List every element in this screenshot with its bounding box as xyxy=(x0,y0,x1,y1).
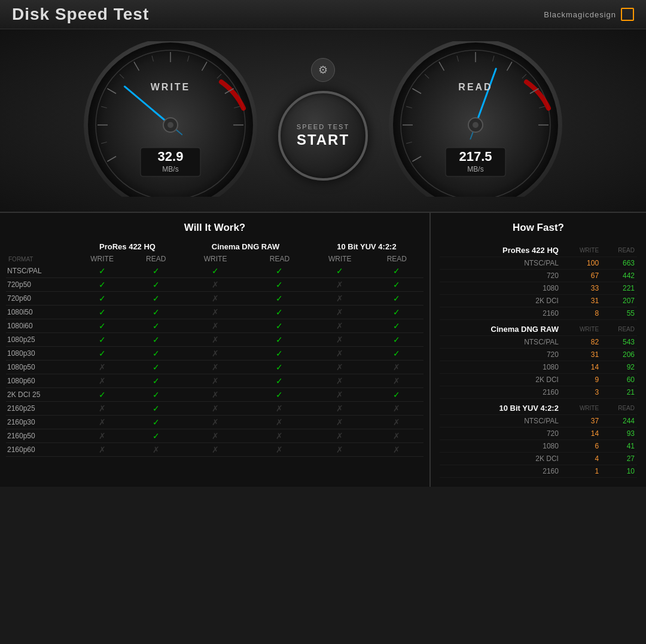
will-it-work-title: Will It Work? xyxy=(6,222,423,234)
speed-row-label: NTSC/PAL xyxy=(440,257,561,270)
speed-write-value: 4 xyxy=(561,453,601,465)
speed-data-row: 2160110 xyxy=(440,465,637,478)
check-icon: ✓ xyxy=(153,404,160,413)
speed-group-name: Cinema DNG RAW xyxy=(440,320,561,336)
speed-group-header-row: Cinema DNG RAWWRITEREAD xyxy=(440,320,637,336)
speed-group-header-row: 10 Bit YUV 4:2:2WRITEREAD xyxy=(440,399,637,415)
format-label: 1080p60 xyxy=(6,374,74,388)
check-icon: ✓ xyxy=(336,266,343,276)
cross-icon: ✗ xyxy=(212,376,219,386)
check-icon: ✓ xyxy=(393,307,400,317)
check-icon: ✓ xyxy=(276,335,283,344)
check-cell: ✓ xyxy=(74,278,131,292)
check-icon: ✓ xyxy=(212,266,219,276)
check-cell: ✓ xyxy=(130,278,181,292)
speed-write-value: 3 xyxy=(561,386,601,399)
check-icon: ✓ xyxy=(153,280,160,289)
check-cell: ✗ xyxy=(370,429,423,443)
table-row: 720p60✓✓✗✓✗✓ xyxy=(6,292,423,306)
speed-data-row: NTSC/PAL100663 xyxy=(440,257,637,270)
speed-read-value: 55 xyxy=(601,307,637,320)
how-fast-panel: How Fast? ProRes 422 HQWRITEREADNTSC/PAL… xyxy=(431,213,646,487)
check-cell: ✓ xyxy=(130,374,181,388)
data-section: Will It Work? ProRes 422 HQ Cinema DNG R… xyxy=(0,212,646,487)
cross-icon: ✗ xyxy=(393,431,400,441)
table-row: 1080p25✓✓✗✓✗✓ xyxy=(6,333,423,347)
check-icon: ✓ xyxy=(153,335,160,344)
cdng-read-header: READ xyxy=(249,254,310,264)
check-cell: ✗ xyxy=(310,278,370,292)
check-icon: ✓ xyxy=(99,390,106,399)
read-gauge-svg-wrap: 217.5 MB/s READ xyxy=(380,41,571,197)
check-icon: ✓ xyxy=(153,294,160,303)
svg-text:MB/s: MB/s xyxy=(467,165,483,173)
speed-data-row: 2K DCI960 xyxy=(440,374,637,386)
speed-row-label: NTSC/PAL xyxy=(440,336,561,349)
cross-icon: ✗ xyxy=(212,417,219,427)
yuv-header: 10 Bit YUV 4:2:2 xyxy=(310,241,423,254)
check-cell: ✗ xyxy=(74,361,131,374)
speed-write-value: 37 xyxy=(561,415,601,428)
speed-write-value: 14 xyxy=(561,361,601,374)
format-sub-header: FORMAT xyxy=(6,254,74,264)
check-icon: ✓ xyxy=(276,280,283,289)
check-cell: ✓ xyxy=(74,333,131,347)
speed-write-value: 82 xyxy=(561,336,601,349)
check-cell: ✓ xyxy=(74,292,131,306)
speed-write-value: 100 xyxy=(561,257,601,270)
table-row: 2160p30✗✓✗✗✗✗ xyxy=(6,416,423,429)
speed-group-header-row: ProRes 422 HQWRITEREAD xyxy=(440,241,637,257)
speed-write-value: 33 xyxy=(561,282,601,295)
brand-logo: Blackmagicdesign xyxy=(544,8,634,21)
cross-icon: ✗ xyxy=(336,404,343,413)
settings-button[interactable]: ⚙ xyxy=(311,58,335,82)
cross-icon: ✗ xyxy=(336,349,343,358)
check-cell: ✗ xyxy=(249,416,310,429)
check-cell: ✓ xyxy=(74,264,131,278)
check-icon: ✓ xyxy=(276,362,283,372)
check-cell: ✓ xyxy=(130,306,181,319)
format-label: 1080i60 xyxy=(6,319,74,333)
check-icon: ✓ xyxy=(153,321,160,331)
format-label: 720p60 xyxy=(6,292,74,306)
cross-icon: ✗ xyxy=(212,307,219,317)
check-icon: ✓ xyxy=(153,307,160,317)
read-gauge-svg: 217.5 MB/s READ xyxy=(380,41,571,197)
speed-row-label: 720 xyxy=(440,270,561,282)
check-cell: ✗ xyxy=(181,292,249,306)
speed-row-label: 1080 xyxy=(440,440,561,453)
check-cell: ✗ xyxy=(181,319,249,333)
cross-icon: ✗ xyxy=(336,280,343,289)
logo-box-icon xyxy=(621,8,634,21)
check-cell: ✗ xyxy=(74,402,131,416)
cross-icon: ✗ xyxy=(212,280,219,289)
check-icon: ✓ xyxy=(393,294,400,303)
table-row: 1080i50✓✓✗✓✗✓ xyxy=(6,306,423,319)
format-label: 2160p50 xyxy=(6,429,74,443)
check-cell: ✓ xyxy=(249,306,310,319)
read-gauge: 217.5 MB/s READ xyxy=(380,41,571,197)
speed-data-row: 2160855 xyxy=(440,307,637,320)
check-icon: ✓ xyxy=(276,294,283,303)
cinema-dng-header: Cinema DNG RAW xyxy=(181,241,310,254)
prores-write-header: WRITE xyxy=(74,254,131,264)
check-icon: ✓ xyxy=(276,266,283,276)
cross-icon: ✗ xyxy=(212,390,219,399)
speed-write-value: 67 xyxy=(561,270,601,282)
speed-data-row: 1080641 xyxy=(440,440,637,453)
check-cell: ✗ xyxy=(310,347,370,361)
check-cell: ✗ xyxy=(181,416,249,429)
speed-read-value: 442 xyxy=(601,270,637,282)
start-button[interactable]: SPEED TEST START xyxy=(278,91,368,181)
app-header: Disk Speed Test Blackmagicdesign xyxy=(0,0,646,29)
check-cell: ✗ xyxy=(74,374,131,388)
check-icon: ✓ xyxy=(153,266,160,276)
cross-icon: ✗ xyxy=(336,321,343,331)
check-icon: ✓ xyxy=(153,349,160,358)
table-row: NTSC/PAL✓✓✓✓✓✓ xyxy=(6,264,423,278)
check-icon: ✓ xyxy=(276,307,283,317)
svg-text:WRITE: WRITE xyxy=(151,82,191,92)
svg-text:READ: READ xyxy=(458,82,492,92)
speed-write-value: 6 xyxy=(561,440,601,453)
speed-row-label: 2K DCI xyxy=(440,295,561,307)
